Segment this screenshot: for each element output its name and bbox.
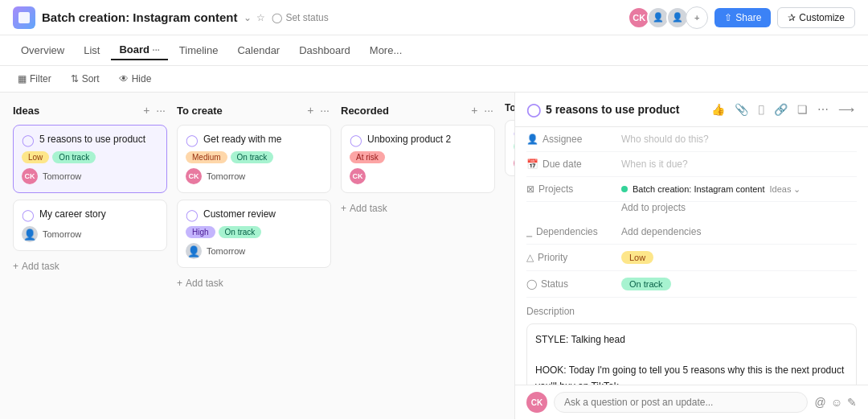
assignee-value[interactable]: Who should do this? xyxy=(621,134,709,145)
card-avatar-person4: 👤 xyxy=(186,243,202,259)
tab-more[interactable]: More... xyxy=(362,41,410,60)
at-icon[interactable]: @ xyxy=(814,396,825,409)
projects-label: ⊠ Projects xyxy=(526,183,615,195)
attach-icon[interactable]: ✎ xyxy=(847,396,857,409)
app-logo xyxy=(13,6,35,29)
thumbs-up-icon[interactable]: 👍 xyxy=(709,101,727,118)
card-avatar-ck5: CK xyxy=(350,168,366,184)
person-icon: 👤 xyxy=(526,134,538,145)
due-date-label: 📅 Due date xyxy=(526,159,615,170)
column-header-ideas: Ideas + ··· xyxy=(13,102,167,118)
card-my-career-story[interactable]: ◯ My career story 👤 Tomorrow xyxy=(13,200,167,251)
more-icon[interactable]: ⋯ xyxy=(815,101,831,118)
attachment-icon[interactable]: 📎 xyxy=(732,101,751,118)
circle-icon: ◯ xyxy=(272,12,282,23)
more-to-create-button[interactable]: ··· xyxy=(318,102,331,118)
column-title-ideas: Ideas xyxy=(13,105,39,117)
description-label: Description xyxy=(526,306,857,317)
card-get-ready[interactable]: ◯ Get ready with me Medium On track CK T… xyxy=(177,125,331,193)
column-actions-to-create: + ··· xyxy=(305,102,331,118)
card-5-reasons[interactable]: ◯ 5 reasons to use product Low On track … xyxy=(13,125,167,193)
add-card-ideas-button[interactable]: + xyxy=(141,102,151,118)
filter-button[interactable]: ▦ Filter xyxy=(13,71,56,87)
card-avatar-person: 👤 xyxy=(22,226,38,242)
tag-high: High xyxy=(186,226,215,238)
branch-icon[interactable]: ⌷ xyxy=(755,101,767,118)
detail-header: ◯ 5 reasons to use product 👍 📎 ⌷ 🔗 ❏ ⋯ ⟶ xyxy=(515,93,868,127)
description-box[interactable]: STYLE: Talking head HOOK: Today I'm goin… xyxy=(526,323,857,385)
tag-low: Low xyxy=(22,151,49,163)
project-section[interactable]: Ideas ⌄ xyxy=(769,184,800,195)
detail-row-status: ◯ Status On track xyxy=(526,271,857,298)
add-task-label3: Add task xyxy=(350,203,387,214)
add-task-to-create[interactable]: + Add task xyxy=(177,274,331,292)
add-task-label: Add task xyxy=(22,261,59,272)
add-card-recorded-button[interactable]: + xyxy=(469,102,479,118)
column-to-create: To create + ··· ◯ Get ready with me Medi… xyxy=(177,102,331,410)
card-tags3: Medium On track xyxy=(186,151,322,163)
card-unboxing[interactable]: ◯ Unboxing product 2 At risk CK xyxy=(341,125,495,193)
detail-body: 👤 Assignee Who should do this? 📅 Due dat… xyxy=(515,127,868,385)
tab-dashboard[interactable]: Dashboard xyxy=(291,41,358,60)
card-avatar-ck3: CK xyxy=(186,168,202,184)
card-customer-review[interactable]: ◯ Customer review High On track 👤 Tomorr… xyxy=(177,200,331,268)
sort-label: Sort xyxy=(82,73,100,84)
close-icon[interactable]: ⟶ xyxy=(836,101,857,118)
project-name[interactable]: Batch creation: Instagram content xyxy=(633,184,764,194)
dep-icon: ⎯ xyxy=(526,226,532,237)
priority-tag: Low xyxy=(621,251,653,264)
comment-icons: @ ☺ ✎ xyxy=(814,396,857,409)
detail-row-projects: ⊠ Projects Batch creation: Instagram con… xyxy=(526,177,857,202)
tab-board[interactable]: Board ··· xyxy=(111,40,167,60)
card-check-icon2: ◯ xyxy=(22,208,35,221)
tag-at-risk: At risk xyxy=(350,151,385,163)
sort-button[interactable]: ⇅ Sort xyxy=(66,71,104,87)
priority-value[interactable]: Low xyxy=(621,251,653,264)
status-value[interactable]: On track xyxy=(621,278,671,290)
column-actions-ideas: + ··· xyxy=(141,102,167,118)
column-title-recorded: Recorded xyxy=(341,105,389,117)
tab-calendar[interactable]: Calendar xyxy=(229,41,288,60)
expand-icon[interactable]: ❏ xyxy=(795,101,810,118)
set-status-label: Set status xyxy=(285,12,328,23)
add-card-to-create-button[interactable]: + xyxy=(305,102,315,118)
title-icons: ⌄ ☆ xyxy=(244,12,265,23)
tag-on-track4: On track xyxy=(219,226,262,238)
tab-list[interactable]: List xyxy=(76,41,108,60)
priority-label: △ Priority xyxy=(526,252,615,263)
card-title-text5: Unboxing product 2 xyxy=(367,134,451,145)
tab-overview[interactable]: Overview xyxy=(13,41,72,60)
add-task-recorded[interactable]: + Add task xyxy=(341,200,495,217)
add-task-ideas[interactable]: + Add task xyxy=(13,257,167,275)
link-icon[interactable]: 🔗 xyxy=(772,101,790,118)
customize-icon: ✰ xyxy=(788,12,796,23)
dependencies-value[interactable]: Add dependencies xyxy=(621,226,701,237)
card-avatar-ck: CK xyxy=(22,168,38,184)
customize-button[interactable]: ✰ Customize xyxy=(777,7,855,28)
hide-icon: 👁 xyxy=(119,73,129,84)
set-status-button[interactable]: ◯ Set status xyxy=(272,12,328,23)
avatar-more: + xyxy=(686,6,708,29)
comment-avatar: CK xyxy=(526,392,547,413)
card-tags: Low On track xyxy=(22,151,158,163)
more-recorded-button[interactable]: ··· xyxy=(482,102,495,118)
star-icon[interactable]: ☆ xyxy=(256,12,265,23)
detail-row-assignee: 👤 Assignee Who should do this? xyxy=(526,127,857,152)
tab-timeline[interactable]: Timeline xyxy=(171,41,227,60)
card-title-text: 5 reasons to use product xyxy=(39,134,145,145)
add-to-projects-link[interactable]: Add to projects xyxy=(621,202,686,213)
emoji-icon[interactable]: ☺ xyxy=(831,396,842,409)
more-ideas-button[interactable]: ··· xyxy=(154,102,167,118)
comment-input[interactable] xyxy=(554,392,808,413)
desc-line-1: STYLE: Talking head xyxy=(535,332,848,348)
share-button[interactable]: ⇧ Share xyxy=(714,8,771,27)
due-date-value[interactable]: When is it due? xyxy=(621,159,688,170)
card-to-edit-1[interactable]: ◯ On CK xyxy=(505,120,514,176)
page-title: Batch creation: Instagram content xyxy=(42,10,237,24)
hide-button[interactable]: 👁 Hide xyxy=(114,71,157,87)
card-date2: Tomorrow xyxy=(43,229,81,239)
chevron-down-icon[interactable]: ⌄ xyxy=(244,12,252,23)
project-dot xyxy=(621,186,628,192)
column-header-to-create: To create + ··· xyxy=(177,102,331,118)
top-bar-right: CK 👤 👤 + ⇧ Share ✰ Customize xyxy=(628,6,855,29)
